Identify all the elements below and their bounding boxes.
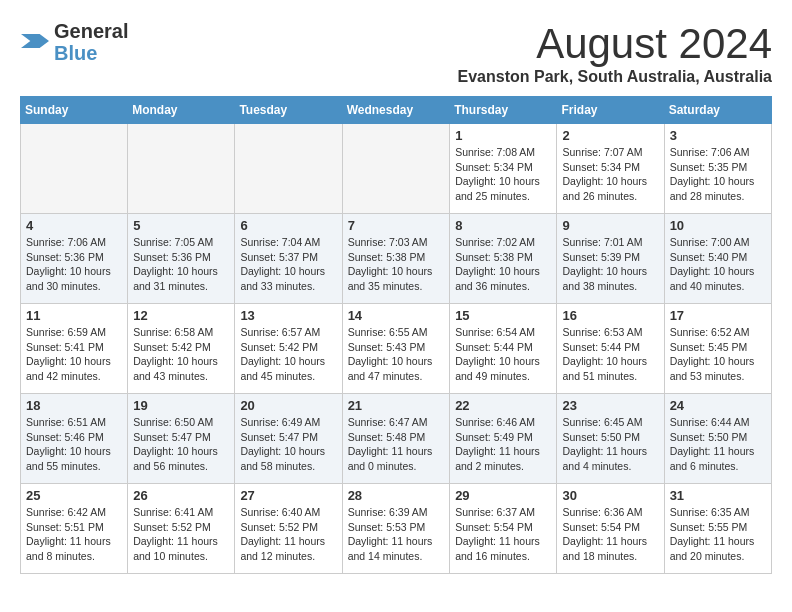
day-info: Sunrise: 6:39 AMSunset: 5:53 PMDaylight:… — [348, 505, 445, 564]
calendar-cell: 30Sunrise: 6:36 AMSunset: 5:54 PMDayligh… — [557, 484, 664, 574]
day-info: Sunrise: 6:46 AMSunset: 5:49 PMDaylight:… — [455, 415, 551, 474]
calendar-row-3: 11Sunrise: 6:59 AMSunset: 5:41 PMDayligh… — [21, 304, 772, 394]
day-header-thursday: Thursday — [450, 97, 557, 124]
calendar-cell: 8Sunrise: 7:02 AMSunset: 5:38 PMDaylight… — [450, 214, 557, 304]
day-number: 2 — [562, 128, 658, 143]
day-header-tuesday: Tuesday — [235, 97, 342, 124]
day-info: Sunrise: 6:45 AMSunset: 5:50 PMDaylight:… — [562, 415, 658, 474]
day-info: Sunrise: 6:58 AMSunset: 5:42 PMDaylight:… — [133, 325, 229, 384]
day-header-saturday: Saturday — [664, 97, 771, 124]
calendar-cell: 3Sunrise: 7:06 AMSunset: 5:35 PMDaylight… — [664, 124, 771, 214]
day-number: 11 — [26, 308, 122, 323]
day-number: 18 — [26, 398, 122, 413]
calendar-row-4: 18Sunrise: 6:51 AMSunset: 5:46 PMDayligh… — [21, 394, 772, 484]
day-info: Sunrise: 7:04 AMSunset: 5:37 PMDaylight:… — [240, 235, 336, 294]
day-number: 12 — [133, 308, 229, 323]
day-number: 13 — [240, 308, 336, 323]
logo-blue: Blue — [54, 42, 97, 64]
day-number: 7 — [348, 218, 445, 233]
calendar-row-5: 25Sunrise: 6:42 AMSunset: 5:51 PMDayligh… — [21, 484, 772, 574]
day-number: 9 — [562, 218, 658, 233]
day-number: 20 — [240, 398, 336, 413]
calendar-cell: 21Sunrise: 6:47 AMSunset: 5:48 PMDayligh… — [342, 394, 450, 484]
calendar-cell: 20Sunrise: 6:49 AMSunset: 5:47 PMDayligh… — [235, 394, 342, 484]
day-number: 6 — [240, 218, 336, 233]
calendar-cell: 13Sunrise: 6:57 AMSunset: 5:42 PMDayligh… — [235, 304, 342, 394]
calendar-cell: 12Sunrise: 6:58 AMSunset: 5:42 PMDayligh… — [128, 304, 235, 394]
day-number: 5 — [133, 218, 229, 233]
day-info: Sunrise: 6:42 AMSunset: 5:51 PMDaylight:… — [26, 505, 122, 564]
day-info: Sunrise: 6:51 AMSunset: 5:46 PMDaylight:… — [26, 415, 122, 474]
day-number: 14 — [348, 308, 445, 323]
day-info: Sunrise: 6:53 AMSunset: 5:44 PMDaylight:… — [562, 325, 658, 384]
calendar-table: SundayMondayTuesdayWednesdayThursdayFrid… — [20, 96, 772, 574]
day-info: Sunrise: 7:00 AMSunset: 5:40 PMDaylight:… — [670, 235, 766, 294]
day-number: 4 — [26, 218, 122, 233]
day-info: Sunrise: 6:47 AMSunset: 5:48 PMDaylight:… — [348, 415, 445, 474]
day-info: Sunrise: 6:49 AMSunset: 5:47 PMDaylight:… — [240, 415, 336, 474]
calendar-cell: 7Sunrise: 7:03 AMSunset: 5:38 PMDaylight… — [342, 214, 450, 304]
day-number: 19 — [133, 398, 229, 413]
calendar-cell: 26Sunrise: 6:41 AMSunset: 5:52 PMDayligh… — [128, 484, 235, 574]
day-info: Sunrise: 7:01 AMSunset: 5:39 PMDaylight:… — [562, 235, 658, 294]
location-title: Evanston Park, South Australia, Australi… — [458, 68, 772, 86]
day-number: 1 — [455, 128, 551, 143]
day-number: 31 — [670, 488, 766, 503]
calendar-cell: 27Sunrise: 6:40 AMSunset: 5:52 PMDayligh… — [235, 484, 342, 574]
calendar-cell — [128, 124, 235, 214]
day-number: 22 — [455, 398, 551, 413]
calendar-cell — [21, 124, 128, 214]
calendar-cell: 6Sunrise: 7:04 AMSunset: 5:37 PMDaylight… — [235, 214, 342, 304]
day-number: 17 — [670, 308, 766, 323]
day-number: 25 — [26, 488, 122, 503]
day-info: Sunrise: 6:35 AMSunset: 5:55 PMDaylight:… — [670, 505, 766, 564]
day-number: 29 — [455, 488, 551, 503]
calendar-cell: 11Sunrise: 6:59 AMSunset: 5:41 PMDayligh… — [21, 304, 128, 394]
calendar-cell: 2Sunrise: 7:07 AMSunset: 5:34 PMDaylight… — [557, 124, 664, 214]
logo: General Blue — [20, 20, 128, 64]
month-title: August 2024 — [458, 20, 772, 68]
calendar-cell: 9Sunrise: 7:01 AMSunset: 5:39 PMDaylight… — [557, 214, 664, 304]
day-info: Sunrise: 6:52 AMSunset: 5:45 PMDaylight:… — [670, 325, 766, 384]
day-info: Sunrise: 6:40 AMSunset: 5:52 PMDaylight:… — [240, 505, 336, 564]
calendar-cell: 18Sunrise: 6:51 AMSunset: 5:46 PMDayligh… — [21, 394, 128, 484]
calendar-cell: 4Sunrise: 7:06 AMSunset: 5:36 PMDaylight… — [21, 214, 128, 304]
calendar-cell: 22Sunrise: 6:46 AMSunset: 5:49 PMDayligh… — [450, 394, 557, 484]
calendar-cell: 25Sunrise: 6:42 AMSunset: 5:51 PMDayligh… — [21, 484, 128, 574]
day-info: Sunrise: 6:44 AMSunset: 5:50 PMDaylight:… — [670, 415, 766, 474]
day-info: Sunrise: 7:05 AMSunset: 5:36 PMDaylight:… — [133, 235, 229, 294]
calendar-cell: 10Sunrise: 7:00 AMSunset: 5:40 PMDayligh… — [664, 214, 771, 304]
calendar-cell: 31Sunrise: 6:35 AMSunset: 5:55 PMDayligh… — [664, 484, 771, 574]
calendar-cell: 1Sunrise: 7:08 AMSunset: 5:34 PMDaylight… — [450, 124, 557, 214]
day-info: Sunrise: 7:06 AMSunset: 5:36 PMDaylight:… — [26, 235, 122, 294]
day-number: 3 — [670, 128, 766, 143]
page-header: General Blue August 2024 Evanston Park, … — [20, 20, 772, 86]
logo-general: General — [54, 20, 128, 42]
calendar-cell: 16Sunrise: 6:53 AMSunset: 5:44 PMDayligh… — [557, 304, 664, 394]
day-info: Sunrise: 7:02 AMSunset: 5:38 PMDaylight:… — [455, 235, 551, 294]
calendar-cell: 24Sunrise: 6:44 AMSunset: 5:50 PMDayligh… — [664, 394, 771, 484]
logo-text-group: General Blue — [54, 20, 128, 64]
day-info: Sunrise: 7:08 AMSunset: 5:34 PMDaylight:… — [455, 145, 551, 204]
calendar-header-row: SundayMondayTuesdayWednesdayThursdayFrid… — [21, 97, 772, 124]
day-number: 27 — [240, 488, 336, 503]
day-number: 21 — [348, 398, 445, 413]
day-header-wednesday: Wednesday — [342, 97, 450, 124]
day-number: 24 — [670, 398, 766, 413]
day-number: 23 — [562, 398, 658, 413]
calendar-cell: 19Sunrise: 6:50 AMSunset: 5:47 PMDayligh… — [128, 394, 235, 484]
day-info: Sunrise: 6:59 AMSunset: 5:41 PMDaylight:… — [26, 325, 122, 384]
day-info: Sunrise: 6:57 AMSunset: 5:42 PMDaylight:… — [240, 325, 336, 384]
day-info: Sunrise: 6:41 AMSunset: 5:52 PMDaylight:… — [133, 505, 229, 564]
day-info: Sunrise: 6:36 AMSunset: 5:54 PMDaylight:… — [562, 505, 658, 564]
title-section: August 2024 Evanston Park, South Austral… — [458, 20, 772, 86]
calendar-cell: 15Sunrise: 6:54 AMSunset: 5:44 PMDayligh… — [450, 304, 557, 394]
day-info: Sunrise: 6:54 AMSunset: 5:44 PMDaylight:… — [455, 325, 551, 384]
calendar-row-2: 4Sunrise: 7:06 AMSunset: 5:36 PMDaylight… — [21, 214, 772, 304]
day-number: 30 — [562, 488, 658, 503]
day-info: Sunrise: 6:37 AMSunset: 5:54 PMDaylight:… — [455, 505, 551, 564]
calendar-cell: 23Sunrise: 6:45 AMSunset: 5:50 PMDayligh… — [557, 394, 664, 484]
calendar-cell: 5Sunrise: 7:05 AMSunset: 5:36 PMDaylight… — [128, 214, 235, 304]
day-info: Sunrise: 7:06 AMSunset: 5:35 PMDaylight:… — [670, 145, 766, 204]
day-number: 8 — [455, 218, 551, 233]
